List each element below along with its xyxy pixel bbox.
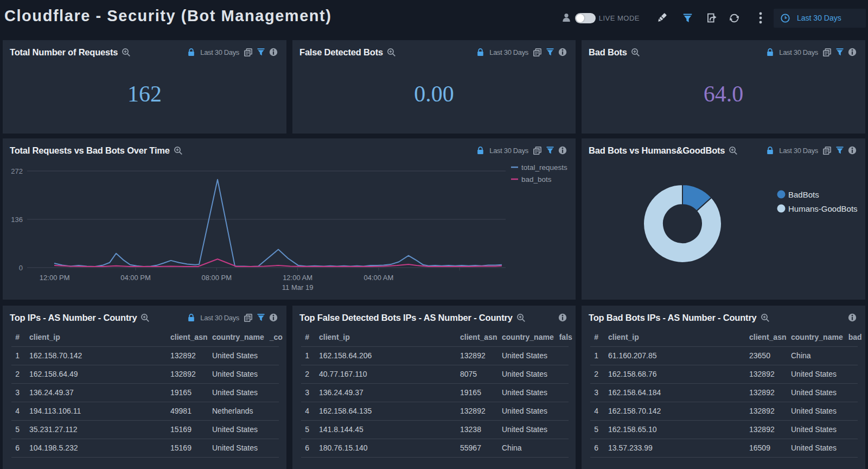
svg-text:136: 136 (11, 216, 23, 224)
svg-text:Humans-GoodBots: Humans-GoodBots (788, 204, 858, 213)
svg-text:BadBots: BadBots (788, 190, 819, 199)
svg-text:04:00 PM: 04:00 PM (120, 274, 151, 282)
svg-text:272: 272 (11, 167, 23, 175)
svg-text:12:00 PM: 12:00 PM (40, 274, 70, 282)
svg-text:04:00 AM: 04:00 AM (363, 274, 393, 282)
svg-text:bad_bots: bad_bots (521, 175, 552, 183)
svg-text:08:00 PM: 08:00 PM (201, 274, 232, 282)
svg-text:total_requests: total_requests (521, 163, 567, 172)
svg-text:12:00 AM: 12:00 AM (283, 274, 312, 282)
svg-text:11 Mar 19: 11 Mar 19 (282, 283, 314, 291)
svg-text:0: 0 (19, 264, 23, 272)
